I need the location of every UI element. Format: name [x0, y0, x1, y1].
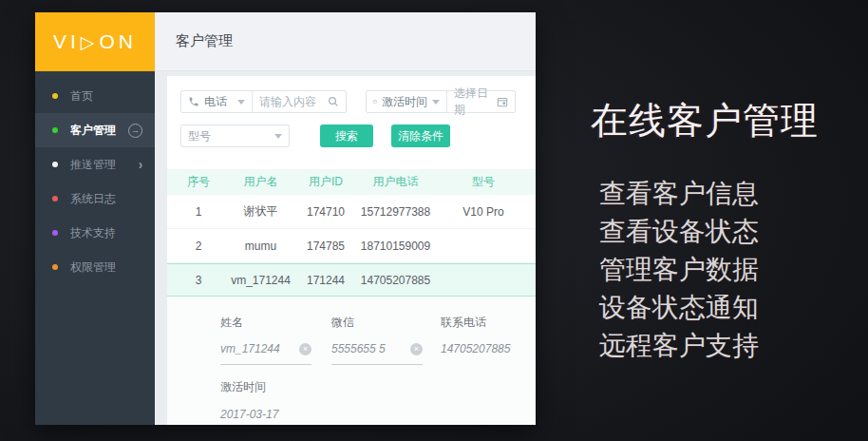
- time-field-select[interactable]: 激活时间: [367, 91, 447, 112]
- bullet-dot-icon: [52, 162, 58, 167]
- contact-phone-label: 联系电话: [441, 315, 510, 331]
- name-field-label: 姓名: [220, 315, 311, 331]
- sidebar-item-label: 系统日志: [70, 191, 142, 207]
- table-row[interactable]: 1 谢状平 174710 15712977388 V10 Pro: [167, 195, 536, 229]
- chevron-right-icon: ›: [139, 157, 142, 173]
- chevron-down-icon: [237, 100, 245, 105]
- model-select-placeholder: 型号: [188, 128, 211, 144]
- bullet-dot-icon: [52, 230, 58, 236]
- promo-feature-list: 查看客户信息 查看设备状态 管理客户数据 设备状态通知 远程客户支持: [591, 175, 819, 365]
- cell-phone: 15712977388: [360, 205, 431, 219]
- calendar-icon: [497, 96, 508, 107]
- activation-time-value: 2017-03-17: [220, 408, 278, 421]
- customer-table: 序号 用户名 用户ID 用户电话 型号 1 谢状平 174710 1571297…: [167, 169, 536, 297]
- logo-text-right: ON: [99, 30, 137, 53]
- clear-icon[interactable]: ×: [299, 343, 311, 355]
- promo-feature: 设备状态通知: [599, 289, 819, 327]
- chevron-down-icon: [432, 100, 440, 105]
- logo-text-left: VI: [53, 30, 80, 53]
- cell-username: mumu: [230, 240, 292, 253]
- cell-phone: 14705207885: [360, 274, 431, 287]
- cell-index: 2: [167, 240, 230, 253]
- sidebar-item-label: 技术支持: [70, 225, 142, 241]
- phone-icon: [188, 96, 199, 107]
- app-window: VI▷ON 首页 客户管理 → 推送管理 › 系统日志 技术支持 权限管理: [35, 12, 536, 425]
- promo-feature: 远程客户支持: [599, 327, 819, 365]
- sidebar-item-label: 推送管理: [70, 157, 139, 173]
- play-triangle-icon: ▷: [81, 31, 99, 53]
- sidebar-item-tech-support[interactable]: 技术支持: [35, 216, 155, 250]
- keyword-input[interactable]: 请输入内容: [253, 91, 346, 112]
- col-header-username: 用户名: [230, 174, 292, 190]
- name-field: 姓名 vm_171244 ×: [220, 315, 311, 365]
- sidebar-item-customer-management[interactable]: 客户管理 →: [35, 113, 155, 147]
- cell-index: 3: [167, 274, 230, 287]
- model-select[interactable]: 型号: [180, 125, 290, 147]
- page-header: 客户管理: [155, 12, 536, 71]
- bullet-dot-icon: [52, 93, 58, 99]
- content-area: 电话 请输入内容 激活时间: [155, 71, 536, 425]
- date-placeholder: 选择日期: [454, 86, 497, 118]
- cell-username: vm_171244: [230, 274, 292, 287]
- search-icon: [328, 96, 339, 107]
- keyword-placeholder: 请输入内容: [259, 94, 316, 110]
- bullet-dot-icon: [52, 127, 58, 133]
- arrow-right-circle-icon: →: [128, 124, 142, 138]
- sidebar-item-system-log[interactable]: 系统日志: [35, 182, 155, 216]
- cell-username: 谢状平: [230, 203, 292, 220]
- sidebar: 首页 客户管理 → 推送管理 › 系统日志 技术支持 权限管理: [35, 71, 155, 425]
- calendar-icon: [373, 96, 377, 107]
- sidebar-item-label: 权限管理: [70, 259, 142, 276]
- promo-feature: 管理客户数据: [599, 251, 819, 289]
- search-field-select-value: 电话: [204, 94, 227, 110]
- promo-panel: 在线客户管理 查看客户信息 查看设备状态 管理客户数据 设备状态通知 远程客户支…: [591, 99, 819, 365]
- name-field-value[interactable]: vm_171244: [220, 342, 280, 355]
- col-header-model: 型号: [431, 174, 536, 190]
- vidon-logo: VI▷ON: [35, 12, 155, 71]
- phone-filter-group: 电话 请输入内容: [180, 90, 347, 113]
- table-row-selected[interactable]: 3 vm_171244 171244 14705207885: [167, 263, 536, 297]
- wechat-field: 微信 5555655 5 ×: [331, 315, 423, 365]
- wechat-field-value[interactable]: 5555655 5: [331, 342, 386, 355]
- col-header-phone: 用户电话: [360, 174, 431, 190]
- wechat-field-label: 微信: [331, 315, 423, 331]
- table-row[interactable]: 2 mumu 174785 18710159009: [167, 229, 536, 263]
- sidebar-item-permission-management[interactable]: 权限管理: [35, 250, 155, 284]
- contact-phone-value: 14705207885: [441, 342, 510, 355]
- main-area: 客户管理 电话 请输入内容: [155, 12, 536, 425]
- clear-icon[interactable]: ×: [410, 343, 423, 355]
- sidebar-item-home[interactable]: 首页: [35, 79, 155, 113]
- sidebar-item-label: 客户管理: [70, 123, 128, 139]
- bullet-dot-icon: [52, 264, 58, 270]
- sidebar-item-push-management[interactable]: 推送管理 ›: [35, 147, 155, 182]
- clear-conditions-button[interactable]: 清除条件: [391, 125, 450, 147]
- promo-feature: 查看设备状态: [599, 213, 819, 251]
- customer-detail-panel: 姓名 vm_171244 × 微信 5555655 5 ×: [167, 297, 536, 425]
- customer-card: 电话 请输入内容 激活时间: [167, 76, 536, 425]
- cell-userid: 174710: [292, 205, 360, 219]
- cell-model: V10 Pro: [431, 205, 536, 219]
- search-field-select[interactable]: 电话: [181, 91, 253, 112]
- date-filter-group: 激活时间 选择日期: [366, 90, 516, 113]
- date-picker-input[interactable]: 选择日期: [447, 91, 515, 112]
- time-field-select-value: 激活时间: [382, 94, 427, 110]
- promo-feature: 查看客户信息: [599, 175, 819, 213]
- sidebar-item-label: 首页: [70, 88, 142, 105]
- contact-phone-field: 联系电话 14705207885: [441, 315, 510, 364]
- cell-phone: 18710159009: [360, 240, 431, 253]
- cell-index: 1: [167, 205, 230, 219]
- cell-userid: 171244: [292, 274, 360, 287]
- bullet-dot-icon: [52, 196, 58, 201]
- col-header-userid: 用户ID: [292, 174, 360, 190]
- col-header-index: 序号: [167, 174, 230, 190]
- promo-title: 在线客户管理: [591, 99, 819, 143]
- activation-time-label: 激活时间: [220, 379, 278, 395]
- activation-time-field: 激活时间 2017-03-17: [220, 379, 278, 421]
- table-header-row: 序号 用户名 用户ID 用户电话 型号: [167, 169, 536, 195]
- page-title: 客户管理: [176, 32, 233, 50]
- chevron-down-icon: [274, 134, 282, 139]
- search-button[interactable]: 搜索: [320, 125, 373, 147]
- cell-userid: 174785: [292, 240, 360, 253]
